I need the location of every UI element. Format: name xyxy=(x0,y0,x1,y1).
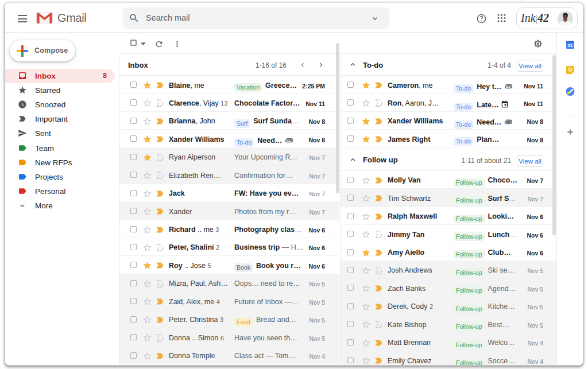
svg-text:31: 31 xyxy=(567,43,572,48)
